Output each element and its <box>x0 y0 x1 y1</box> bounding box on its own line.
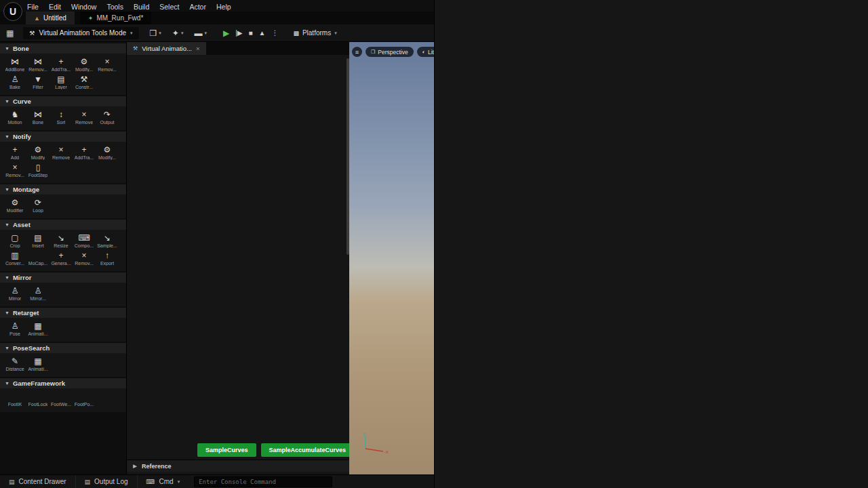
menu-tools[interactable]: Tools <box>106 3 123 11</box>
tool-footlock[interactable]: FootLock <box>26 392 50 407</box>
palette-section-header[interactable]: ▼Curve <box>0 96 126 106</box>
palette-section-title: Asset <box>13 221 31 228</box>
wrench-icon: ⚒ <box>81 75 88 85</box>
tool-bone[interactable]: ⋈Bone <box>26 110 50 125</box>
palette-section-header[interactable]: ▼Retarget <box>0 308 126 318</box>
output-log-label: Output Log <box>94 478 127 485</box>
save-icon[interactable]: ▦ <box>6 28 14 38</box>
tool-addbone[interactable]: ⋈AddBone <box>3 57 26 72</box>
drawer-icon: ▤ <box>9 479 15 485</box>
menu-build[interactable]: Build <box>134 3 149 11</box>
blueprints-button[interactable]: ✦▾ <box>172 28 184 38</box>
tool-loop[interactable]: ⟳Loop <box>26 198 50 213</box>
unreal-logo-icon[interactable]: U <box>3 2 22 21</box>
tool-sort[interactable]: ↕Sort <box>50 110 73 125</box>
tool-modifier[interactable]: ⚙Modifier <box>3 198 26 213</box>
content-drawer-button[interactable]: ▤ Content Drawer <box>0 475 76 488</box>
tool-resize[interactable]: ↘Resize <box>50 233 73 248</box>
menu-edit[interactable]: Edit <box>49 3 61 11</box>
tool-footpo[interactable]: FootPo... <box>73 392 96 407</box>
tool-insert[interactable]: ▤Insert <box>26 233 50 248</box>
tool-footstep[interactable]: ▯FootStep <box>26 163 50 178</box>
palette-section-header[interactable]: ▼Notify <box>0 131 126 142</box>
tool-addtra[interactable]: +AddTra... <box>73 145 96 160</box>
tool-compo[interactable]: ⌨Compo... <box>73 233 96 248</box>
play-options-kebab[interactable]: ⋮ <box>271 29 278 37</box>
tool-animati[interactable]: ▦Animati... <box>26 321 50 336</box>
tool-sample[interactable]: ↘Sample... <box>96 233 119 248</box>
perspective-dropdown[interactable]: ❒ Perspective <box>366 47 414 57</box>
tool-remov[interactable]: ×Remov... <box>96 57 119 72</box>
tool-modify[interactable]: ⚙Modify... <box>73 57 96 72</box>
tool-motion[interactable]: ♞Motion <box>3 110 26 125</box>
viewport-axis-gizmo: z -x <box>360 431 390 458</box>
bone-icon: ⋈ <box>34 110 42 120</box>
menu-select[interactable]: Select <box>159 3 179 11</box>
palette-section-header[interactable]: ▼Montage <box>0 184 126 195</box>
tool-output[interactable]: ↷Output <box>96 110 119 125</box>
cmd-dropdown[interactable]: ⌨ Cmd ▾ <box>138 475 189 488</box>
tool-remove[interactable]: ×Remove <box>50 145 73 160</box>
tool-footik[interactable]: FootIK <box>3 392 26 407</box>
tool-filter[interactable]: ▼Filter <box>26 75 50 89</box>
viewport-menu-icon[interactable]: ≡ <box>352 47 362 57</box>
close-icon[interactable]: × <box>196 45 200 52</box>
reference-section[interactable]: ▶ Reference <box>127 460 350 472</box>
palette-section-header[interactable]: ▼GameFramework <box>0 378 126 388</box>
output-log-button[interactable]: ▤ Output Log <box>76 475 138 488</box>
console-command-input[interactable]: Enter Console Command <box>194 476 332 487</box>
tool-animati[interactable]: ▦Animati... <box>26 357 50 371</box>
x-icon: × <box>104 57 109 67</box>
palette-section-header[interactable]: ▼PoseSearch <box>0 343 126 353</box>
tool-remove[interactable]: ×Remove <box>73 110 96 125</box>
tool-footwe[interactable]: FootWe... <box>50 392 73 407</box>
layers-icon: ▤ <box>34 233 41 243</box>
stop-button[interactable]: ■ <box>248 29 252 37</box>
svg-text:-x: -x <box>384 449 389 454</box>
tool-modify[interactable]: ⚙Modify <box>26 145 50 160</box>
editor-mode-dropdown[interactable]: ⚒ Virtual Animation Tools Mode ▾ <box>23 27 138 39</box>
cinematics-button[interactable]: ▬▾ <box>194 28 207 38</box>
tool-bake[interactable]: ♙Bake <box>3 75 26 89</box>
tool-remov[interactable]: ⋈Remov... <box>26 57 50 72</box>
palette-section-header[interactable]: ▼Asset <box>0 220 126 230</box>
add-actor-button[interactable]: ❒▾ <box>150 28 161 38</box>
palette-section-header[interactable]: ▼Mirror <box>0 272 126 283</box>
tool-conver[interactable]: ▥Conver... <box>3 251 26 266</box>
tool-remov[interactable]: ×Remov... <box>73 251 96 266</box>
tool-pose[interactable]: ♙Pose <box>3 321 26 336</box>
tab-mm-run-fwd[interactable]: ✦ MM_Run_Fwd* <box>80 12 151 24</box>
tool-add[interactable]: +Add <box>3 145 26 160</box>
tool-export[interactable]: ↑Export <box>96 251 119 266</box>
platforms-dropdown[interactable]: ▩ Platforms ▾ <box>293 29 336 37</box>
menu-window[interactable]: Window <box>71 3 96 11</box>
tool-genera[interactable]: +Genera... <box>50 251 73 266</box>
tool-remov[interactable]: ×Remov... <box>3 163 26 178</box>
tab-untitled[interactable]: ▲ Untitled <box>26 12 75 24</box>
chevron-down-icon: ▼ <box>5 187 9 192</box>
chevron-down-icon: ▼ <box>5 346 9 350</box>
level-viewport[interactable]: ≡ ❒ Perspective ◐ Lit z -x <box>349 42 434 474</box>
tool-layer[interactable]: ▤Layer <box>50 75 73 89</box>
sample-curves-button[interactable]: SampleCurves <box>197 443 256 457</box>
palette-section-header[interactable]: ▼Bone <box>0 43 126 54</box>
menu-help[interactable]: Help <box>216 3 231 11</box>
eject-button[interactable]: ▲ <box>258 29 265 37</box>
tool-crop[interactable]: ▢Crop <box>3 233 26 248</box>
menu-file[interactable]: File <box>27 3 39 11</box>
tool-constr[interactable]: ⚒Constr... <box>73 75 96 89</box>
level-icon: ▲ <box>34 15 40 22</box>
menu-actor[interactable]: Actor <box>189 3 206 11</box>
palette-section-title: Retarget <box>13 309 39 317</box>
tab-virtual-animation[interactable]: ⚒ Virtual Animatio... × <box>127 42 206 55</box>
play-button[interactable]: ▶ <box>223 28 229 38</box>
tool-label: Crop <box>9 243 20 248</box>
sample-accumulate-curves-button[interactable]: SampleAccumulateCurves <box>261 443 355 457</box>
tool-mirror[interactable]: ♙Mirror <box>3 286 26 301</box>
tool-mirror[interactable]: ♙Mirror... <box>26 286 50 301</box>
frame-skip-button[interactable]: |▶ <box>235 29 242 37</box>
tool-addtra[interactable]: +AddTra... <box>50 57 73 72</box>
tool-modify[interactable]: ⚙Modify... <box>96 145 119 160</box>
tool-mocap[interactable]: MoCap... <box>26 251 50 266</box>
tool-distance[interactable]: ✎Distance <box>3 357 26 371</box>
